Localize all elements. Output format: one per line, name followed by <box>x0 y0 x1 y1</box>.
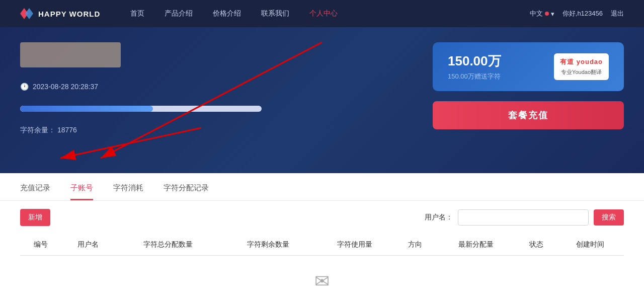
package-main: 150.00万 150.00万赠送字符 <box>448 52 539 81</box>
table-header: 编号 用户名 字符总分配数量 字符剩余数量 字符使用量 方向 最新分配量 状态 … <box>20 234 624 256</box>
progress-fill <box>20 106 153 112</box>
navbar: HAPPY WORLD 首页 产品介绍 价格介绍 联系我们 个人中心 中文 ▾ … <box>0 0 644 27</box>
search-button[interactable]: 搜索 <box>594 209 624 226</box>
col-remaining-chars: 字符剩余数量 <box>221 234 314 256</box>
youdao-label: 专业Youdao翻译 <box>561 68 602 76</box>
tab-sub-accounts[interactable]: 子账号 <box>70 183 93 200</box>
clock-icon: 🕐 <box>20 83 29 91</box>
nav-right: 中文 ▾ 你好,h123456 退出 <box>530 9 624 18</box>
col-used-chars: 字符使用量 <box>314 234 394 256</box>
tab-char-consumption[interactable]: 字符消耗 <box>113 183 143 200</box>
svg-marker-1 <box>25 8 33 19</box>
nav-contact[interactable]: 联系我们 <box>261 9 289 18</box>
tabs-section: 充值记录 子账号 字符消耗 字符分配记录 <box>0 173 644 201</box>
char-progress-bar <box>20 106 262 112</box>
add-button[interactable]: 新增 <box>20 209 50 226</box>
nav-product[interactable]: 产品介绍 <box>165 9 193 18</box>
nav-home[interactable]: 首页 <box>130 9 144 18</box>
logo-text: HAPPY WORLD <box>38 10 100 18</box>
col-latest-alloc: 最新分配量 <box>436 234 516 256</box>
data-table: 编号 用户名 字符总分配数量 字符剩余数量 字符使用量 方向 最新分配量 状态 … <box>20 234 624 256</box>
youdao-logo: 有道 youdao <box>560 57 603 66</box>
table-section: 新增 用户名： 搜索 编号 用户名 字符总分配数量 字符剩余数量 字符使用量 方… <box>0 201 644 296</box>
logo-area[interactable]: HAPPY WORLD <box>20 8 100 19</box>
package-bonus: 150.00万赠送字符 <box>448 72 539 81</box>
nav-price[interactable]: 价格介绍 <box>213 9 241 18</box>
col-status: 状态 <box>516 234 556 256</box>
empty-icon: ✉ <box>314 271 330 292</box>
table-toolbar: 新增 用户名： 搜索 <box>20 209 624 226</box>
col-direction: 方向 <box>394 234 435 256</box>
package-card: 150.00万 150.00万赠送字符 有道 youdao 专业Youdao翻译 <box>433 42 624 91</box>
package-amount: 150.00万 <box>448 52 539 70</box>
nav-links: 首页 产品介绍 价格介绍 联系我们 个人中心 <box>130 9 530 18</box>
hero-section: 🕐 2023-08-28 20:28:37 字符余量： 18776 150.00… <box>0 27 644 173</box>
search-area: 用户名： 搜索 <box>425 209 624 226</box>
char-remaining: 字符余量： 18776 <box>20 126 413 135</box>
nav-user-center[interactable]: 个人中心 <box>309 9 338 18</box>
col-created-time: 创建时间 <box>557 234 624 256</box>
user-greeting: 你好,h123456 <box>562 9 603 18</box>
search-label: 用户名： <box>425 213 453 222</box>
hero-banner <box>20 42 121 67</box>
header-row: 编号 用户名 字符总分配数量 字符剩余数量 字符使用量 方向 最新分配量 状态 … <box>20 234 624 256</box>
hero-left: 🕐 2023-08-28 20:28:37 字符余量： 18776 <box>20 42 413 153</box>
col-total-chars: 字符总分配数量 <box>115 234 221 256</box>
search-input[interactable] <box>458 209 589 226</box>
empty-state: ✉ <box>20 256 624 296</box>
lang-dot <box>545 12 549 16</box>
tab-recharge-records[interactable]: 充值记录 <box>20 183 50 200</box>
youdao-card: 有道 youdao 专业Youdao翻译 <box>554 53 609 80</box>
recharge-button[interactable]: 套餐充值 <box>433 101 624 129</box>
hero-right: 150.00万 150.00万赠送字符 有道 youdao 专业Youdao翻译… <box>433 42 624 153</box>
tabs-row: 充值记录 子账号 字符消耗 字符分配记录 <box>20 183 624 200</box>
tab-char-distribution[interactable]: 字符分配记录 <box>164 183 209 200</box>
col-username: 用户名 <box>61 234 115 256</box>
hero-datetime: 🕐 2023-08-28 20:28:37 <box>20 83 413 91</box>
logout-button[interactable]: 退出 <box>611 9 624 18</box>
col-id: 编号 <box>20 234 61 256</box>
language-selector[interactable]: 中文 ▾ <box>530 9 554 18</box>
logo-icon <box>20 8 34 19</box>
